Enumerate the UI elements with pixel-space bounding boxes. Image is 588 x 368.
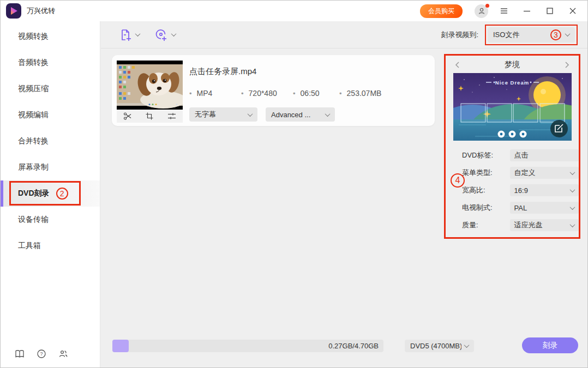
aspect-ratio-value: 16:9 bbox=[514, 186, 571, 195]
account-avatar[interactable] bbox=[475, 4, 488, 18]
help-icon[interactable]: ? bbox=[37, 349, 46, 359]
subtitle-select[interactable]: 无字幕 bbox=[189, 107, 257, 122]
sidebar: 视频转换 音频转换 视频压缩 视频编辑 合并转换 屏幕录制 DVD刻录 2 设备… bbox=[1, 21, 100, 367]
sidebar-item-toolbox[interactable]: 工具箱 bbox=[1, 233, 100, 259]
template-next-arrow[interactable] bbox=[562, 61, 571, 69]
app-logo-icon bbox=[6, 3, 21, 19]
edit-template-icon bbox=[550, 120, 568, 137]
membership-buy-button[interactable]: 会员购买 bbox=[420, 4, 463, 18]
video-filename: 点击任务录屏.mp4 bbox=[189, 67, 256, 77]
add-file-icon bbox=[119, 28, 132, 41]
menu-icon[interactable] bbox=[497, 4, 511, 18]
sidebar-item-label: 视频编辑 bbox=[18, 110, 49, 120]
burn-target-select[interactable]: ISO文件 3 bbox=[488, 27, 575, 43]
crop-icon[interactable] bbox=[145, 112, 154, 120]
chevron-down-icon bbox=[570, 204, 575, 210]
disc-usage-text: 0.27GB/4.70GB bbox=[328, 340, 379, 352]
dvd-template-panel: 梦境 bbox=[444, 54, 580, 239]
add-file-button[interactable] bbox=[119, 28, 140, 41]
maximize-button[interactable] bbox=[543, 4, 557, 18]
chevron-down-icon bbox=[565, 31, 571, 37]
aspect-ratio-select[interactable]: 16:9 bbox=[510, 184, 579, 196]
chevron-down-icon bbox=[248, 111, 253, 117]
menu-nav-dots bbox=[497, 131, 526, 138]
app-title: 万兴优转 bbox=[27, 6, 55, 16]
tv-standard-value: PAL bbox=[514, 204, 571, 212]
sidebar-item-video-compress[interactable]: 视频压缩 bbox=[1, 76, 100, 102]
menu-type-value: 自定义 bbox=[514, 168, 571, 178]
template-prev-arrow[interactable] bbox=[453, 61, 462, 69]
sidebar-item-label: 设备传输 bbox=[18, 215, 49, 225]
dvd-label-label: DVD标签: bbox=[462, 150, 510, 160]
template-name: 梦境 bbox=[505, 60, 520, 70]
video-format: MP4 bbox=[189, 89, 241, 98]
annotation-badge-4: 4 bbox=[451, 173, 465, 188]
sidebar-item-label: DVD刻录 bbox=[18, 189, 50, 198]
template-preview[interactable]: Nice Dream bbox=[453, 73, 572, 141]
quality-select[interactable]: 适应光盘 bbox=[510, 219, 579, 231]
video-duration: 06:50 bbox=[293, 89, 339, 98]
video-filesize: 253.07MB bbox=[339, 89, 381, 98]
sidebar-item-label: 音频转换 bbox=[18, 58, 49, 68]
sidebar-item-dvd-burn[interactable]: DVD刻录 2 bbox=[1, 180, 100, 207]
aspect-ratio-label: 宽高比: bbox=[462, 185, 510, 195]
media-item-card: 点击任务录屏.mp4 MP4 720*480 06:50 253.07MB 无字… bbox=[112, 55, 435, 126]
annotation-box-3: ISO文件 3 bbox=[485, 25, 578, 45]
menu-type-select[interactable]: 自定义 bbox=[510, 167, 579, 179]
advanced-value: Advanced ... bbox=[271, 111, 326, 119]
main-area: 刻录视频到: ISO文件 3 bbox=[101, 21, 587, 367]
minimize-button[interactable] bbox=[520, 4, 534, 18]
sidebar-item-video-convert[interactable]: 视频转换 bbox=[1, 23, 100, 50]
sidebar-item-merge-convert[interactable]: 合并转换 bbox=[1, 128, 100, 154]
disc-capacity-bar: 0.27GB/4.70GB bbox=[112, 340, 383, 352]
svg-text:?: ? bbox=[40, 351, 43, 357]
sidebar-item-label: 工具箱 bbox=[18, 241, 41, 251]
svg-text:Nice Dream: Nice Dream bbox=[495, 80, 529, 86]
dvd-label-input-wrap bbox=[510, 149, 579, 161]
sidebar-item-video-edit[interactable]: 视频编辑 bbox=[1, 102, 100, 128]
chevron-down-icon bbox=[325, 111, 331, 117]
chevron-down-icon bbox=[570, 222, 575, 227]
video-thumbnail[interactable] bbox=[117, 61, 183, 110]
video-metadata: MP4 720*480 06:50 253.07MB bbox=[189, 89, 381, 98]
sidebar-item-audio-convert[interactable]: 音频转换 bbox=[1, 50, 100, 76]
guide-book-icon[interactable] bbox=[15, 349, 25, 359]
close-button[interactable] bbox=[566, 4, 580, 18]
contact-icon[interactable] bbox=[58, 349, 68, 359]
sidebar-item-screen-record[interactable]: 屏幕录制 bbox=[1, 154, 100, 180]
quality-label: 质量: bbox=[462, 220, 510, 230]
tv-standard-select[interactable]: PAL bbox=[510, 202, 579, 214]
app-window: 万兴优转 会员购买 bbox=[0, 0, 588, 368]
disc-capacity-fill bbox=[112, 340, 129, 352]
subtitle-value: 无字幕 bbox=[195, 110, 248, 119]
chevron-down-icon bbox=[570, 187, 575, 192]
annotation-badge-2: 2 bbox=[56, 188, 68, 200]
sidebar-item-label: 视频压缩 bbox=[18, 84, 49, 94]
chevron-down-icon bbox=[171, 31, 177, 37]
chevron-down-icon bbox=[464, 342, 470, 348]
sidebar-item-label: 视频转换 bbox=[18, 32, 49, 41]
advanced-select[interactable]: Advanced ... bbox=[266, 107, 335, 122]
dvd-label-input[interactable] bbox=[514, 152, 574, 160]
main-toolbar: 刻录视频到: ISO文件 3 bbox=[101, 21, 587, 49]
notification-dot bbox=[485, 4, 489, 8]
quality-value: 适应光盘 bbox=[514, 220, 571, 230]
person-icon bbox=[478, 7, 485, 15]
trim-scissors-icon[interactable] bbox=[123, 112, 132, 120]
sidebar-item-device-transfer[interactable]: 设备传输 bbox=[1, 207, 100, 233]
add-disc-button[interactable] bbox=[155, 28, 176, 41]
chevron-down-icon bbox=[135, 31, 141, 37]
chevron-down-icon bbox=[570, 170, 575, 175]
clip-tools bbox=[117, 110, 183, 123]
burn-to-label: 刻录视频到: bbox=[441, 30, 478, 40]
sidebar-item-label: 屏幕录制 bbox=[18, 162, 49, 172]
add-disc-icon bbox=[155, 28, 168, 41]
menu-type-label: 菜单类型: bbox=[462, 168, 510, 178]
annotation-badge-3: 3 bbox=[550, 29, 561, 40]
disc-type-value: DVD5 (4700MB) bbox=[410, 342, 461, 350]
effects-sliders-icon[interactable] bbox=[167, 112, 176, 120]
burn-button[interactable]: 刻录 bbox=[522, 337, 578, 353]
tv-standard-label: 电视制式: bbox=[462, 203, 510, 213]
disc-type-select[interactable]: DVD5 (4700MB) bbox=[405, 340, 474, 352]
burn-target-value: ISO文件 bbox=[493, 30, 546, 40]
